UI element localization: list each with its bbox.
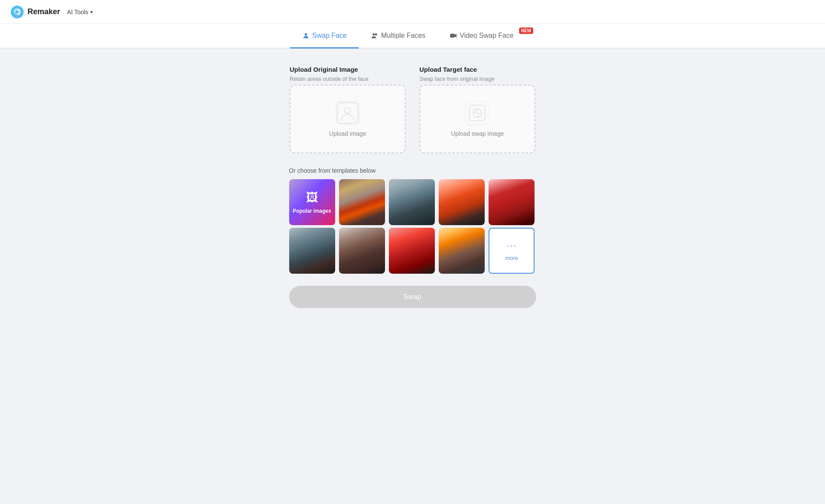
template-item-5[interactable] [289,228,335,274]
person-icon [302,32,310,40]
template-item-7[interactable] [389,228,435,274]
tab-multiple-faces-label: Multiple Faces [381,32,425,40]
svg-point-2 [373,33,375,35]
upload-original-subtitle: Retain areas outside of the face [290,76,406,82]
template-img-3 [439,179,485,225]
upload-original-title: Upload Original Image [290,66,406,73]
template-img-5 [289,228,335,274]
tab-video-swap-face[interactable]: Video Swap Face NEW [437,24,535,49]
chevron-down-icon: ▾ [90,9,93,15]
tab-multiple-faces[interactable]: Multiple Faces [359,24,437,49]
templates-label: Or choose from templates below [289,167,536,174]
upload-original-box[interactable]: Upload image [290,85,406,153]
video-icon [449,32,457,40]
svg-point-0 [11,6,24,18]
template-more-button[interactable]: ··· more [489,228,535,274]
svg-point-7 [345,107,351,113]
logo-icon [10,5,24,19]
template-item-3[interactable] [439,179,485,225]
svg-point-3 [375,33,377,35]
template-img-8 [439,228,485,274]
main-content: Upload Original Image Retain areas outsi… [0,49,825,334]
upload-target-label: Upload swap image [451,130,504,137]
template-img-6 [339,228,385,274]
template-img-4 [489,179,535,225]
template-img-7 [389,228,435,274]
header: Remaker AI Tools ▾ [0,0,825,24]
swap-button[interactable]: Swap [289,286,536,308]
upload-original-panel: Upload Original Image Retain areas outsi… [290,66,406,153]
upload-section: Upload Original Image Retain areas outsi… [290,66,535,153]
upload-globe-face-icon [465,101,489,125]
upload-target-subtitle: Swap face from original image [419,76,535,82]
template-item-2[interactable] [389,179,435,225]
tab-swap-face-label: Swap Face [312,32,347,40]
logo[interactable]: Remaker [10,5,60,19]
upload-target-box[interactable]: Upload swap image [419,85,535,153]
more-dots-icon: ··· [507,240,517,251]
tab-video-swap-face-label: Video Swap Face [460,32,513,40]
upload-target-panel: Upload Target face Swap face from origin… [419,66,535,153]
popular-images-icon: 🖼 [306,190,318,205]
template-item-1[interactable] [339,179,385,225]
logo-text: Remaker [28,7,60,16]
tabs-bar: Swap Face Multiple Faces Video Swap Face… [0,24,825,49]
upload-target-title: Upload Target face [419,66,535,73]
template-item-6[interactable] [339,228,385,274]
popular-images-label: Popular images [293,208,331,214]
template-item-4[interactable] [489,179,535,225]
templates-grid: 🖼 Popular images [289,179,536,274]
upload-original-label: Upload image [329,130,366,137]
ai-tools-label: AI Tools [67,9,89,15]
upload-person-icon [336,101,360,125]
svg-marker-5 [455,34,457,38]
template-popular[interactable]: 🖼 Popular images [289,179,335,225]
people-icon [371,32,379,40]
template-img-1 [339,179,385,225]
ai-tools-button[interactable]: AI Tools ▾ [67,9,93,15]
new-badge: NEW [519,27,533,34]
template-item-8[interactable] [439,228,485,274]
more-label: more [505,255,518,261]
templates-section: Or choose from templates below 🖼 Popular… [289,167,536,274]
swap-button-container: Swap [289,286,536,308]
svg-rect-4 [450,34,455,38]
template-img-2 [389,179,435,225]
svg-point-1 [305,33,307,36]
tab-swap-face[interactable]: Swap Face [290,24,359,49]
